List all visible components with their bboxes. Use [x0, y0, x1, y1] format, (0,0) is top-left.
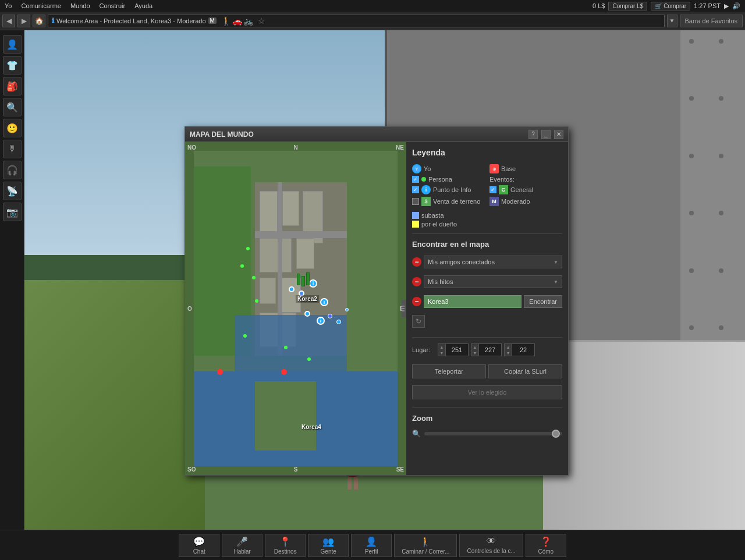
ver-elegido-button[interactable]: Ver lo elegido [412, 385, 562, 399]
top-menubar: Yo Comunicarme Mundo Construir Ayuda 0 L… [0, 0, 745, 12]
find-remove-btn-2[interactable]: − [412, 277, 421, 286]
action-row-1: Teleportar Copiar la SLurl [412, 364, 562, 378]
location-text: Welcome Area - Protected Land, Korea3 - … [56, 17, 206, 24]
location-y-value[interactable]: 227 [478, 343, 502, 356]
menu-ayuda[interactable]: Ayuda [130, 2, 157, 9]
bookmark-icon[interactable]: ☆ [258, 16, 265, 26]
divider-2 [412, 337, 562, 338]
map-label-korea2: Korea2 [296, 295, 319, 303]
z-up-arrow[interactable]: ▲ [505, 344, 512, 350]
find-text-input[interactable] [424, 295, 522, 308]
location-badge: M [208, 17, 217, 24]
persona-checkbox[interactable]: ✓ [412, 176, 419, 183]
general-checkbox[interactable]: ✓ [489, 186, 496, 193]
taskbar-chat-button[interactable]: 💬 Chat [179, 534, 219, 557]
dialog-minimize-button[interactable]: _ [541, 130, 551, 139]
map-island [255, 381, 316, 451]
home-button[interactable]: 🏠 [33, 15, 45, 27]
buy-button[interactable]: 🛒 Comprar [651, 2, 690, 10]
taskbar-caminar-button[interactable]: 🚶 Caminar / Correr... [394, 534, 457, 557]
rivet-panel [680, 30, 745, 380]
map-drag-handle[interactable] [402, 300, 406, 317]
forward-button[interactable]: ▶ [17, 15, 30, 27]
sidebar-broadcast-button[interactable]: 📡 [3, 182, 22, 200]
copiar-slurl-button[interactable]: Copiar la SLurl [488, 364, 562, 378]
sidebar-search-button[interactable]: 🔍 [3, 98, 22, 116]
legend-panel: Leyenda Y Yo ⊕ Base ✓ [406, 142, 568, 475]
x-down-arrow[interactable]: ▼ [438, 350, 445, 356]
dialog-help-button[interactable]: ? [528, 130, 538, 139]
taskbar-como-button[interactable]: ❓ Cómo [526, 534, 566, 557]
persona-dot [421, 177, 426, 182]
taskbar-hablar-button[interactable]: 🎤 Hablar [222, 534, 262, 557]
taskbar-destinos-button[interactable]: 📍 Destinos [265, 534, 306, 557]
sidebar-headphones-button[interactable]: 🎧 [3, 161, 22, 179]
location-x-value[interactable]: 251 [445, 343, 469, 356]
location-row: Lugar: ▲ ▼ 251 ▲ ▼ [412, 343, 562, 356]
y-down-arrow[interactable]: ▼ [471, 350, 478, 356]
taskbar-perfil-button[interactable]: 👤 Perfil [351, 534, 392, 557]
zoom-slider[interactable] [424, 432, 562, 435]
x-spinbox-arrows: ▲ ▼ [438, 343, 445, 356]
refresh-button[interactable]: ↻ [412, 315, 425, 328]
find-dropdown-1[interactable]: Mis amigos conectados ▼ [424, 256, 562, 268]
z-spinbox-arrows: ▲ ▼ [504, 343, 512, 356]
menu-yo[interactable]: Yo [0, 2, 16, 9]
sidebar-clothing-button[interactable]: 👕 [3, 56, 22, 75]
map-info-marker-3: i [317, 317, 325, 325]
z-down-arrow[interactable]: ▼ [505, 350, 512, 356]
legend-subasta-section: subasta por el dueño [412, 212, 562, 228]
hablar-label: Hablar [233, 548, 250, 555]
map-dot-green-3 [252, 276, 256, 279]
map-building-icon-3 [306, 272, 310, 285]
legend-punto-info: ✓ i Punto de Info [412, 185, 485, 194]
compass-o: O [187, 306, 192, 312]
gente-label: Gente [321, 548, 336, 555]
find-remove-btn-1[interactable]: − [412, 257, 421, 267]
volume-icon: 🔊 [732, 2, 740, 10]
location-z-spinbox: ▲ ▼ 22 [504, 343, 535, 356]
map-info-marker-2: i [320, 298, 328, 306]
sidebar-profile-button[interactable]: 🙂 [3, 119, 22, 137]
teleportar-button[interactable]: Teleportar [412, 364, 486, 378]
venta-checkbox[interactable] [412, 198, 419, 205]
zoom-row: 🔍 [412, 430, 562, 438]
transport-walk-icon: 🚶 [221, 16, 231, 26]
buy-currency-button[interactable]: Comprar L$ [608, 2, 647, 10]
menu-comunicarme[interactable]: Comunicarme [16, 2, 65, 9]
x-up-arrow[interactable]: ▲ [438, 344, 445, 350]
sidebar-avatar-button[interactable]: 👤 [3, 35, 22, 54]
info-checkbox[interactable]: ✓ [412, 186, 419, 193]
legend-por-dueno: por el dueño [412, 221, 562, 228]
menu-mundo[interactable]: Mundo [66, 2, 95, 9]
dialog-close-button[interactable]: ✕ [554, 130, 563, 139]
favorites-bar[interactable]: Barra de Favoritos [680, 15, 743, 27]
taskbar-controles-button[interactable]: 👁 Controles de la c... [459, 534, 523, 557]
y-up-arrow[interactable]: ▲ [471, 344, 478, 350]
map-building-icon-1 [297, 274, 300, 285]
sidebar-inventory-button[interactable]: 🎒 [3, 77, 22, 95]
find-row-2: − Mis hitos ▼ [412, 275, 562, 288]
moderado-icon: M [489, 197, 499, 206]
legend-moderado: M Moderado [489, 197, 562, 206]
sidebar-voice-button[interactable]: 🎙 [3, 140, 22, 158]
location-z-value[interactable]: 22 [512, 343, 535, 356]
find-remove-btn-3[interactable]: − [412, 297, 421, 306]
buy-label: Comprar [664, 3, 686, 9]
buy-currency-label: Comprar L$ [612, 3, 643, 9]
find-button[interactable]: Encontrar [524, 295, 562, 308]
nav-dropdown-button[interactable]: ▼ [667, 15, 677, 27]
zoom-slider-thumb[interactable] [552, 430, 560, 438]
location-x-spinbox: ▲ ▼ 251 [438, 343, 469, 356]
map-area[interactable]: NO N NE O E SO S SE [185, 142, 406, 475]
find-dropdown-2[interactable]: Mis hitos ▼ [424, 275, 562, 288]
back-button[interactable]: ◀ [2, 15, 15, 27]
legend-venta-terreno: $ Venta de terreno [412, 197, 485, 206]
menu-construir[interactable]: Construir [95, 2, 130, 9]
taskbar-gente-button[interactable]: 👥 Gente [308, 534, 349, 557]
sidebar-photo-button[interactable]: 📷 [3, 203, 22, 221]
find-row-3: − Encontrar [412, 295, 562, 308]
zoom-icon: 🔍 [412, 430, 421, 438]
legend-grid-top: Y Yo ⊕ Base ✓ Persona Event [412, 164, 562, 206]
map-person-marker-6 [345, 308, 349, 311]
